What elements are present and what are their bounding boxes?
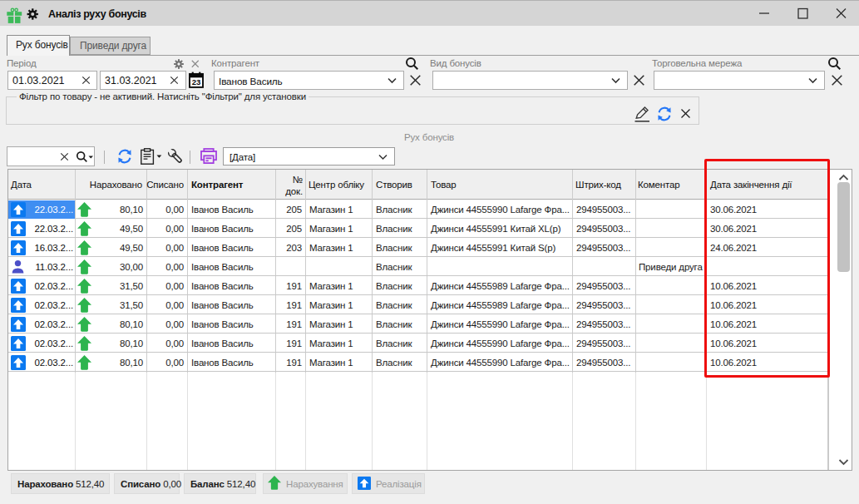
svg-text:23: 23	[192, 77, 201, 86]
